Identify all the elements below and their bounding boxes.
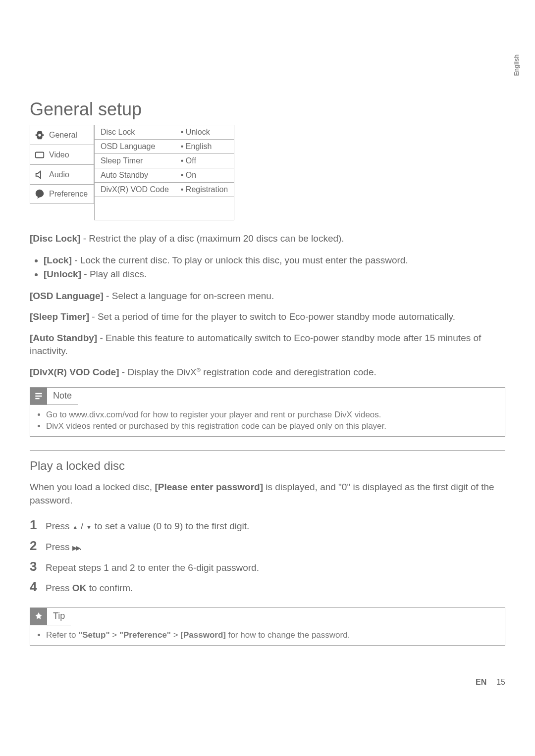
trademark: ® [197, 367, 201, 373]
label: [Password] [180, 630, 226, 640]
label: [Sleep Timer] [30, 311, 89, 322]
step-number: 2 [30, 536, 46, 556]
nav-preference[interactable]: Preference [30, 184, 94, 204]
setting-label: OSD Language [95, 140, 175, 154]
setting-label: DivX(R) VOD Code [95, 183, 175, 197]
text: > [171, 630, 180, 640]
text: When you load a locked disc, [30, 482, 155, 492]
nav-video[interactable]: Video [30, 145, 94, 164]
list-item: [Lock] - Lock the current disc. To play … [44, 253, 505, 268]
page-footer: EN15 [476, 678, 505, 687]
step-number: 3 [30, 556, 46, 577]
nav-general[interactable]: General [30, 125, 94, 145]
label: "Preference" [119, 630, 171, 640]
note-title: Note [47, 391, 78, 401]
nav-label: Audio [49, 170, 69, 179]
tip-icon [30, 608, 47, 625]
text: - Select a language for on-screen menu. [104, 291, 274, 301]
tip-title: Tip [47, 611, 71, 621]
step: 1Press / to set a value (0 to 9) to the … [30, 515, 505, 536]
label: [DivX(R) VOD Code] [30, 367, 119, 377]
nav-label: Video [49, 151, 69, 159]
text: - Play all discs. [81, 269, 147, 279]
note-callout: Note Go to www.divx.com/vod for how to r… [30, 387, 505, 437]
setup-menu: General Video Audio [30, 125, 234, 220]
tip-body: Refer to "Setup" > "Preference" > [Passw… [30, 625, 505, 645]
setting-label: Auto Standby [95, 168, 175, 183]
text: Refer to [46, 630, 78, 640]
label: [Auto Standby] [30, 333, 97, 343]
setting-value: • On [175, 168, 234, 183]
sleep-timer-desc: [Sleep Timer] - Set a period of time for… [30, 310, 505, 324]
step: 4Press OK to confirm. [30, 577, 505, 598]
disc-lock-desc: [Disc Lock] - Restrict the play of a dis… [30, 232, 505, 246]
label: [Disc Lock] [30, 233, 80, 244]
text: / [78, 521, 86, 531]
page: English General setup General Video [0, 0, 535, 706]
footer-lang: EN [476, 678, 486, 686]
section-divider [30, 451, 505, 451]
tip-header: Tip [30, 608, 71, 625]
disc-lock-list: [Lock] - Lock the current disc. To play … [30, 253, 505, 282]
table-row[interactable]: Auto Standby• On [95, 168, 234, 183]
text: . [79, 542, 82, 552]
empty-cell [175, 197, 234, 220]
auto-standby-desc: [Auto Standby] - Enable this feature to … [30, 332, 505, 358]
note-icon [30, 388, 47, 404]
text: Press [46, 583, 72, 593]
text: to confirm. [86, 583, 133, 593]
page-number: 15 [496, 678, 505, 686]
setting-value: • Registration [175, 183, 234, 197]
text: - Set a period of time for the player to… [89, 311, 455, 322]
text: Press [46, 521, 72, 531]
table-row[interactable]: Disc Lock• Unlock [95, 125, 234, 140]
setting-value: • English [175, 140, 234, 154]
language-tab: English [513, 54, 520, 76]
label: [Unlock] [44, 269, 81, 279]
text: for how to change the password. [226, 630, 350, 640]
nav-label: Preference [49, 190, 88, 199]
up-icon [72, 521, 78, 531]
setting-label: Sleep Timer [95, 154, 175, 168]
video-icon [34, 150, 45, 160]
subsection-title: Play a locked disc [30, 459, 505, 473]
list-item: [Unlock] - Play all discs. [44, 267, 505, 282]
fast-forward-icon [72, 542, 79, 552]
table-row[interactable]: OSD Language• English [95, 140, 234, 154]
empty-cell [95, 197, 175, 220]
svg-rect-0 [36, 152, 44, 157]
text: Repeat steps 1 and 2 to enter the 6-digi… [46, 560, 259, 575]
down-icon [86, 521, 92, 531]
setting-label: Disc Lock [95, 125, 175, 140]
text: registration code and deregistration cod… [201, 367, 376, 377]
note-body: Go to www.divx.com/vod for how to regist… [30, 405, 505, 437]
label: [Lock] [44, 255, 72, 265]
text: > [110, 630, 119, 640]
settings-icon [34, 130, 45, 141]
table-row[interactable]: Sleep Timer• Off [95, 154, 234, 168]
nav-audio[interactable]: Audio [30, 164, 94, 184]
note-header: Note [30, 388, 78, 405]
settings-list: Disc Lock• Unlock OSD Language• English … [94, 125, 234, 220]
setting-value: • Unlock [175, 125, 234, 140]
step-number: 1 [30, 515, 46, 536]
text: - Enable this feature to automatically s… [30, 333, 481, 356]
tip-callout: Tip Refer to "Setup" > "Preference" > [P… [30, 607, 505, 646]
step: 3Repeat steps 1 and 2 to enter the 6-dig… [30, 556, 505, 577]
audio-icon [34, 169, 45, 180]
label: "Setup" [78, 630, 109, 640]
text: - Lock the current disc. To play or unlo… [72, 255, 408, 265]
nav-label: General [49, 131, 77, 140]
table-row[interactable]: DivX(R) VOD Code• Registration [95, 183, 234, 197]
list-item: Go to www.divx.com/vod for how to regist… [46, 409, 498, 421]
step-number: 4 [30, 577, 46, 598]
text: - Display the DivX [119, 367, 197, 377]
setting-value: • Off [175, 154, 234, 168]
label: [OSD Language] [30, 291, 104, 301]
locked-disc-intro: When you load a locked disc, [Please ent… [30, 481, 505, 507]
steps-list: 1Press / to set a value (0 to 9) to the … [30, 515, 505, 597]
text: Press [46, 542, 72, 552]
list-item: DivX videos rented or purchased by this … [46, 420, 498, 432]
text: to set a value (0 to 9) to the first dig… [92, 521, 249, 531]
text: - Restrict the play of a disc (maximum 2… [80, 233, 344, 244]
